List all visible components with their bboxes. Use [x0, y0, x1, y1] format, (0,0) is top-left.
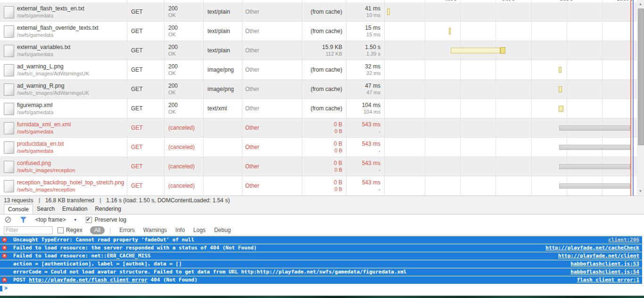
level-filter-info[interactable]: Info [175, 227, 185, 233]
table-row[interactable]: productdata_en.txt/swfs/gamedataGET(canc… [0, 138, 637, 157]
time-value: 543 ms [346, 141, 384, 147]
request-name-cell: figuremap.xml/swfs/gamedata [0, 99, 127, 118]
request-time: 1.50 s1.39 s [346, 41, 384, 60]
request-filename: external_flash_override_texts.txt [17, 25, 124, 32]
status-text: OK [168, 12, 203, 18]
console-source-link[interactable]: http://playfade.net/client [558, 252, 639, 260]
request-method: GET [127, 118, 164, 137]
console-source-link[interactable]: habboflashclient.js:53 [570, 260, 639, 268]
request-filename: ad_warning_R.png [17, 83, 124, 90]
table-row[interactable]: reception_backdrop_hotel_top_stretch.png… [0, 176, 637, 196]
request-path: /swfs/gamedata [17, 32, 124, 39]
console-source-link[interactable]: habboflashclient.js:54 [570, 268, 639, 276]
console-source-link[interactable]: flash client error:1 [577, 276, 639, 284]
request-name-cell: external_flash_texts_en.txt/swfs/gamedat… [0, 2, 127, 21]
size-value: 0 B [302, 160, 346, 166]
request-type: text/plain [203, 22, 242, 41]
status-text: OK [168, 89, 203, 96]
waterfall-bar [451, 48, 500, 53]
request-size: 15.9 KB112 KB [302, 41, 346, 60]
level-filter-debug[interactable]: Debug [214, 227, 231, 233]
request-type: image/png [203, 60, 242, 79]
error-icon: ✕ [2, 253, 7, 258]
request-time: 47 ms47 ms [346, 80, 384, 99]
request-method: GET [127, 99, 164, 118]
request-name-cell: productdata_en.txt/swfs/gamedata [0, 138, 127, 157]
console-message: ✕Uncaught TypeError: Cannot read propert… [0, 236, 642, 244]
chevron-down-icon[interactable]: ▼ [74, 218, 77, 222]
table-row[interactable]: ad_warning_L.png/swfs/c_images/AdWarning… [0, 60, 637, 80]
level-filter-logs[interactable]: Logs [193, 227, 206, 233]
frame-selector[interactable]: <top frame> [35, 216, 66, 223]
scrollbar-down-icon[interactable]: ▼ [637, 188, 644, 195]
table-row[interactable]: external_variables.txt/swfs/gamedataGET2… [0, 41, 637, 60]
console-message: ✕POST http://playfade.net/flash client e… [0, 276, 642, 284]
level-filter-all[interactable]: All [90, 226, 105, 234]
tick-text: 4.00 s [440, 0, 461, 1]
request-time: 543 ms- [346, 176, 384, 195]
request-name: external_flash_override_texts.txt/swfs/g… [17, 25, 124, 39]
file-icon [4, 83, 14, 96]
request-type [203, 176, 242, 195]
request-filename: furnidata_xml_en.xml [17, 121, 124, 128]
request-time: 543 ms- [346, 157, 384, 176]
time-latency-value: 47 ms [346, 89, 384, 96]
request-name-cell: reception_backdrop_hotel_top_stretch.png… [0, 176, 127, 195]
time-value: 543 ms [346, 160, 384, 166]
request-initiator: Other [242, 2, 302, 21]
console-filter-input[interactable] [4, 226, 53, 234]
table-row[interactable]: external_flash_texts_en.txt/swfs/gamedat… [0, 2, 637, 22]
level-filter-errors[interactable]: Errors [119, 227, 135, 233]
console-prompt[interactable]: > [0, 284, 644, 292]
tab-search[interactable]: Search [33, 204, 58, 214]
request-path: /swfs/gamedata [17, 148, 124, 155]
request-type: image/png [203, 80, 242, 99]
clear-console-icon[interactable] [4, 216, 12, 224]
tab-console[interactable]: Console [4, 204, 33, 214]
network-panel: external_flash_texts_en.txt/swfs/gamedat… [0, 0, 644, 196]
file-icon [4, 180, 14, 192]
table-row[interactable]: furnidata_xml_en.xml/swfs/gamedataGET(ca… [0, 118, 637, 138]
scrollbar-up-icon[interactable]: ▲ [637, 1, 644, 8]
desktop-strip [0, 296, 644, 298]
filter-funnel-icon[interactable] [19, 216, 27, 224]
file-icon [4, 25, 14, 38]
summary-item: 13 requests [4, 197, 33, 204]
request-status: 200OK [164, 41, 203, 60]
time-value: 32 ms [346, 63, 384, 70]
table-row[interactable]: ad_warning_R.png/swfs/c_images/AdWarning… [0, 80, 637, 99]
tab-emulation[interactable]: Emulation [58, 204, 91, 214]
table-row[interactable]: figuremap.xml/swfs/gamedataGET200OKtext/… [0, 99, 637, 118]
tab-rendering[interactable]: Rendering [91, 204, 124, 214]
console-source-link[interactable]: client:206 [608, 236, 639, 244]
network-scrollbar[interactable]: ▲ ▼ [637, 0, 644, 196]
table-row[interactable]: external_flash_override_texts.txt/swfs/g… [0, 22, 637, 41]
level-filter-warnings[interactable]: Warnings [143, 227, 167, 233]
console-message: action = [authentication], label = [auth… [0, 260, 642, 268]
time-latency-value: 10 ms [346, 12, 384, 18]
request-status: 200OK [164, 22, 203, 41]
message-link[interactable]: http://playfade.net/flash client error [29, 277, 148, 283]
selection-remnant [0, 286, 2, 291]
request-status: (canceled) [164, 176, 203, 195]
size-content-value: 0 B [302, 128, 346, 134]
console-message-text: POST http://playfade.net/flash client er… [13, 276, 198, 284]
waterfall-bar [559, 183, 630, 189]
request-filename: reception_backdrop_hotel_top_stretch.png [17, 179, 124, 186]
size-value: 15.9 KB [302, 44, 346, 50]
console-source-link[interactable]: http://playfade.net/cacheCheck [545, 244, 639, 252]
request-size: (from cache) [302, 2, 346, 21]
request-path: /swfs/c_images/reception [17, 186, 124, 193]
regex-checkbox[interactable] [58, 227, 64, 233]
preserve-log-checkbox[interactable] [86, 217, 92, 223]
table-row[interactable]: confused.png/swfs/c_images/receptionGET(… [0, 157, 637, 176]
summary-divider: ❙ [37, 197, 41, 203]
request-type: text/plain [203, 2, 242, 21]
tick-text: 8.00 s [556, 0, 577, 1]
size-value: 0 B [302, 121, 346, 128]
request-time: 32 ms32 ms [346, 60, 384, 79]
status-text: OK [168, 108, 203, 115]
scrollbar-thumb[interactable] [638, 8, 644, 145]
time-value: 47 ms [346, 83, 384, 89]
waterfall-tick-label: 6.00 s [498, 0, 519, 2]
